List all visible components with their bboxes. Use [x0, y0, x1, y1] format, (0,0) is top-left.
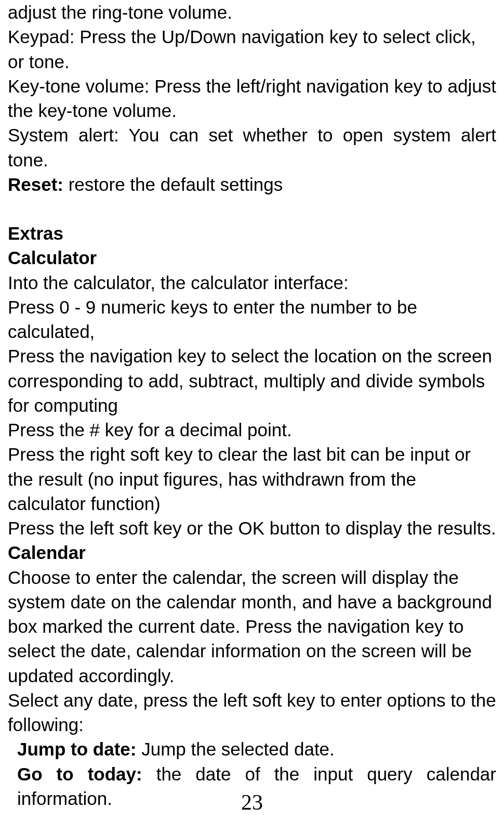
body-text: Press the left soft key or the OK button…: [8, 516, 496, 540]
body-text: Press 0 - 9 numeric keys to enter the nu…: [8, 295, 496, 344]
body-text: Jump to date: Jump the selected date.: [8, 737, 496, 761]
spacer: [8, 197, 496, 221]
body-text: Select any date, press the left soft key…: [8, 688, 496, 737]
body-text: Keypad: Press the Up/Down navigation key…: [8, 24, 496, 74]
body-text: System alert: You can set whether to ope…: [8, 123, 496, 172]
body-text: adjust the ring-tone volume.: [8, 0, 496, 24]
body-text: Into the calculator, the calculator inte…: [8, 270, 496, 295]
document-page: adjust the ring-tone volume. Keypad: Pre…: [8, 0, 496, 811]
label-go-to-today: Go to today:: [17, 764, 142, 784]
label-reset: Reset:: [8, 174, 63, 194]
heading-extras: Extras: [8, 221, 496, 245]
body-text: Key-tone volume: Press the left/right na…: [8, 74, 496, 123]
body-text: Press the right soft key to clear the la…: [8, 442, 496, 516]
body-text: Reset: restore the default settings: [8, 172, 496, 197]
label-jump-to-date: Jump to date:: [17, 739, 136, 759]
heading-calendar: Calendar: [8, 540, 496, 565]
heading-calculator: Calculator: [8, 245, 496, 270]
body-text: restore the default settings: [63, 174, 283, 194]
body-text: Jump the selected date.: [136, 739, 334, 759]
body-text: Press the # key for a decimal point.: [8, 418, 496, 442]
page-number: 23: [0, 788, 504, 817]
body-text: Choose to enter the calendar, the screen…: [8, 565, 496, 688]
body-text: Press the navigation key to select the l…: [8, 344, 496, 418]
